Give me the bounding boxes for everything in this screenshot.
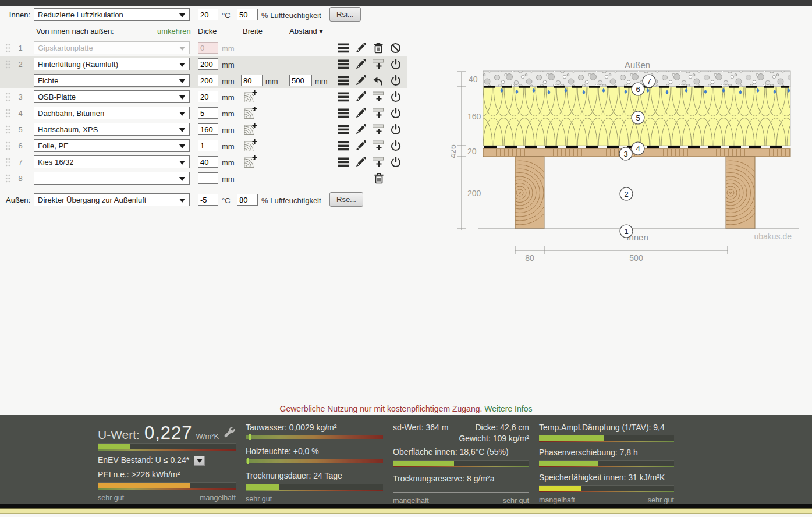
insert-layer-icon[interactable]	[372, 58, 384, 70]
rse-button[interactable]: Rse...	[329, 192, 363, 207]
thickness-input-2[interactable]	[198, 58, 218, 70]
drag-handle-icon[interactable]	[5, 125, 10, 134]
delete-icon[interactable]	[372, 42, 384, 54]
material-select-8[interactable]	[34, 172, 190, 185]
drag-handle-icon[interactable]	[5, 158, 10, 167]
insert-layer-icon[interactable]	[372, 123, 384, 135]
layer-row-6: 6 Folie, PE mm	[0, 137, 407, 154]
aussen-temp-input[interactable]	[198, 194, 218, 206]
menu-icon[interactable]	[337, 58, 349, 70]
drag-handle-icon[interactable]	[5, 44, 10, 52]
panel-bottom-border	[0, 504, 812, 508]
construction-diagram: Außen Innen ubakus.de 40 160	[451, 58, 800, 262]
select-caret-icon	[179, 47, 185, 51]
select-caret-icon	[179, 161, 185, 165]
add-beam-icon[interactable]	[244, 155, 257, 170]
innen-temp-input[interactable]	[198, 9, 218, 20]
edit-icon[interactable]	[354, 42, 367, 54]
innen-label: Innen:	[0, 10, 30, 19]
innen-condition-select[interactable]: Reduzierte Luftzirkulation	[34, 8, 190, 21]
add-beam-icon[interactable]	[244, 106, 257, 121]
thickness-input-7[interactable]	[198, 156, 218, 168]
marker-5: 5	[632, 111, 644, 124]
power-icon[interactable]	[389, 123, 402, 135]
menu-icon[interactable]	[337, 140, 349, 151]
edit-icon[interactable]	[354, 156, 367, 168]
material-select-7[interactable]: Kies 16/32	[34, 155, 190, 168]
menu-icon[interactable]	[337, 156, 349, 168]
horizontal-scrollbar[interactable]	[0, 508, 812, 514]
ban-icon[interactable]	[389, 42, 402, 54]
drag-handle-icon[interactable]	[5, 109, 10, 118]
edit-icon[interactable]	[354, 91, 367, 102]
add-beam-icon[interactable]	[244, 122, 257, 137]
material-select-4[interactable]: Dachbahn, Bitumen	[34, 107, 190, 119]
menu-icon[interactable]	[337, 91, 349, 102]
drag-handle-icon[interactable]	[5, 141, 10, 150]
menu-icon[interactable]	[337, 123, 349, 135]
add-beam-icon[interactable]	[244, 139, 257, 154]
weitere-infos-link[interactable]: Weitere Infos	[484, 404, 532, 413]
aussen-humidity-input[interactable]	[237, 194, 258, 206]
edit-icon[interactable]	[354, 123, 367, 135]
col-header-abstand[interactable]: Abstand ▾	[289, 27, 323, 36]
power-icon[interactable]	[389, 107, 402, 119]
thickness-input-8[interactable]	[198, 172, 218, 184]
menu-icon[interactable]	[337, 107, 349, 119]
insert-layer-icon[interactable]	[372, 107, 384, 119]
results-col-surface: sd-Wert: 364 m Dicke: 42,6 cm Gewicht: 1…	[393, 423, 529, 505]
enev-dropdown-button[interactable]	[194, 456, 205, 466]
menu-icon[interactable]	[337, 75, 349, 86]
marker-6: 6	[632, 83, 644, 95]
edit-icon[interactable]	[354, 140, 367, 151]
power-icon[interactable]	[389, 156, 402, 168]
dim-80: 80	[525, 253, 534, 262]
beam-spacing-input[interactable]	[289, 75, 312, 86]
thickness-input-5[interactable]	[198, 123, 218, 135]
rsi-button[interactable]: Rsi...	[329, 7, 361, 22]
material-select-beam[interactable]: Fichte	[34, 74, 190, 87]
wrench-icon[interactable]	[223, 426, 236, 439]
beam-width-input[interactable]	[241, 75, 263, 86]
beam-thickness-input[interactable]	[198, 75, 218, 86]
material-select-3[interactable]: OSB-Platte	[34, 90, 190, 103]
power-icon[interactable]	[389, 58, 402, 70]
insert-layer-icon[interactable]	[372, 156, 384, 168]
power-icon[interactable]	[389, 75, 402, 86]
layer-row-2: 2 Hinterlüftung (Raumluft) mm	[0, 56, 407, 72]
dim-40: 40	[469, 75, 478, 84]
aussen-condition-select[interactable]: Direkter Übergang zur Außenluft	[34, 193, 190, 206]
reverse-link[interactable]: umkehren	[157, 27, 191, 36]
insert-layer-icon[interactable]	[372, 91, 384, 102]
drag-handle-icon[interactable]	[5, 174, 10, 183]
drag-handle-icon[interactable]	[5, 93, 10, 101]
thickness-input-6[interactable]	[198, 140, 218, 151]
thickness-input-1[interactable]	[198, 42, 218, 54]
material-select-5[interactable]: Hartschaum, XPS	[34, 123, 190, 136]
edit-icon[interactable]	[354, 58, 367, 70]
material-select-1[interactable]: Gipskartonplatte	[34, 41, 190, 54]
top-bar	[0, 0, 812, 6]
delete-icon[interactable]	[373, 172, 385, 184]
add-beam-icon[interactable]	[244, 90, 257, 105]
dim-200: 200	[467, 189, 481, 198]
menu-icon[interactable]	[337, 42, 349, 54]
thickness-input-4[interactable]	[198, 107, 218, 119]
undo-arrow-icon[interactable]	[372, 75, 384, 86]
license-notice: Gewerbliche Nutzung nur mit kostenpflich…	[0, 404, 812, 413]
innen-humidity-input[interactable]	[237, 9, 258, 20]
layer-number: 3	[15, 93, 26, 101]
material-select-2[interactable]: Hinterlüftung (Raumluft)	[34, 58, 190, 70]
power-icon[interactable]	[389, 140, 402, 151]
dim-500: 500	[629, 253, 643, 262]
material-select-6[interactable]: Folie, PE	[34, 139, 190, 152]
insert-layer-icon[interactable]	[372, 140, 384, 151]
thickness-input-3[interactable]	[198, 91, 218, 102]
edit-icon[interactable]	[354, 75, 367, 86]
power-icon[interactable]	[389, 91, 402, 102]
u-wert-label: U-Wert:	[98, 428, 140, 442]
scale-labels: mangelhaftsehr gut	[393, 497, 529, 505]
drag-handle-icon[interactable]	[5, 60, 10, 69]
edit-icon[interactable]	[354, 107, 367, 119]
beam-right	[698, 157, 763, 229]
